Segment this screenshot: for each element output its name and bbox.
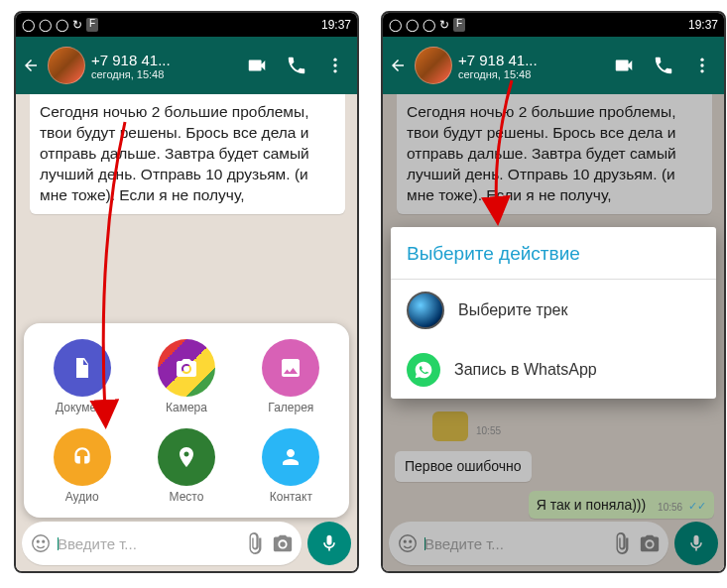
camera-input-icon[interactable]: [272, 532, 294, 554]
status-icons-left: ◯◯◯↻F: [22, 18, 98, 32]
location-icon: [158, 428, 215, 486]
message-input[interactable]: Введите т...: [22, 522, 302, 565]
attach-icon[interactable]: [244, 532, 266, 554]
svg-point-6: [43, 540, 45, 542]
svg-point-7: [280, 541, 286, 547]
attach-audio[interactable]: Аудио: [30, 428, 134, 504]
attach-camera[interactable]: Камера: [134, 339, 238, 414]
attach-document[interactable]: Документ: [30, 339, 134, 414]
svg-point-5: [37, 540, 39, 542]
voice-call-icon[interactable]: [286, 55, 307, 76]
status-icons-right: 19:37: [321, 18, 351, 32]
whatsapp-icon: [407, 353, 440, 387]
status-bar: ◯◯◯↻F 19:37: [16, 13, 357, 37]
phone-left: ◯◯◯↻F 19:37 +7 918 41... сегодня, 15:48 …: [14, 11, 359, 573]
emoji-icon[interactable]: [30, 532, 52, 554]
track-picker-icon: [407, 292, 444, 329]
menu-icon[interactable]: [692, 55, 712, 76]
status-time: 19:37: [321, 18, 351, 32]
attach-location[interactable]: Место: [134, 428, 238, 504]
back-arrow-icon[interactable]: [22, 57, 42, 74]
svg-point-4: [33, 535, 50, 552]
svg-point-2: [333, 69, 336, 72]
audio-icon: [54, 428, 111, 486]
video-call-icon[interactable]: [246, 55, 268, 76]
header-title[interactable]: +7 918 41... сегодня, 15:48: [91, 52, 240, 80]
attach-contact[interactable]: Контакт: [239, 428, 343, 504]
contact-name: +7 918 41...: [91, 52, 240, 68]
dialog-title: Выберите действие: [391, 227, 716, 280]
svg-point-3: [183, 366, 189, 372]
mic-button[interactable]: [307, 522, 351, 565]
message-input-bar: Введите т...: [22, 522, 351, 565]
status-bar: ◯◯◯↻F 19:37: [383, 13, 724, 37]
incoming-message[interactable]: Сегодня ночью 2 большие проблемы, твои б…: [30, 94, 345, 214]
svg-point-8: [700, 59, 703, 61]
contact-avatar[interactable]: [415, 47, 452, 84]
gallery-icon: [262, 339, 319, 397]
status-time: 19:37: [688, 18, 718, 32]
phone-right: ◯◯◯↻F 19:37 +7 918 41... сегодня, 15:48 …: [381, 11, 726, 573]
contact-avatar[interactable]: [48, 47, 85, 84]
camera-icon: [158, 339, 215, 397]
attachment-sheet: Документ Камера Галерея Аудио Место Конт…: [24, 323, 349, 518]
attach-gallery[interactable]: Галерея: [239, 339, 343, 414]
status-icons-left: ◯◯◯↻F: [389, 18, 465, 32]
document-icon: [54, 339, 111, 397]
header-title[interactable]: +7 918 41... сегодня, 15:48: [458, 52, 607, 80]
svg-point-1: [333, 63, 336, 66]
svg-point-0: [333, 59, 336, 61]
svg-point-10: [700, 69, 703, 72]
input-placeholder: Введите т...: [58, 535, 238, 552]
chat-area: Сегодня ночью 2 большие проблемы, твои б…: [16, 94, 357, 571]
dialog-option-track[interactable]: Выберите трек: [391, 280, 716, 341]
contact-icon: [262, 428, 319, 486]
video-call-icon[interactable]: [613, 55, 635, 76]
chat-header: +7 918 41... сегодня, 15:48: [383, 37, 724, 94]
contact-status: сегодня, 15:48: [91, 68, 240, 80]
back-arrow-icon[interactable]: [389, 57, 409, 74]
voice-call-icon[interactable]: [653, 55, 674, 76]
action-dialog: Выберите действие Выберите трек Запись в…: [391, 227, 716, 399]
svg-point-9: [700, 63, 703, 66]
chat-header: +7 918 41... сегодня, 15:48: [16, 37, 357, 94]
menu-icon[interactable]: [325, 55, 345, 76]
dialog-option-record[interactable]: Запись в WhatsApp: [391, 341, 716, 399]
